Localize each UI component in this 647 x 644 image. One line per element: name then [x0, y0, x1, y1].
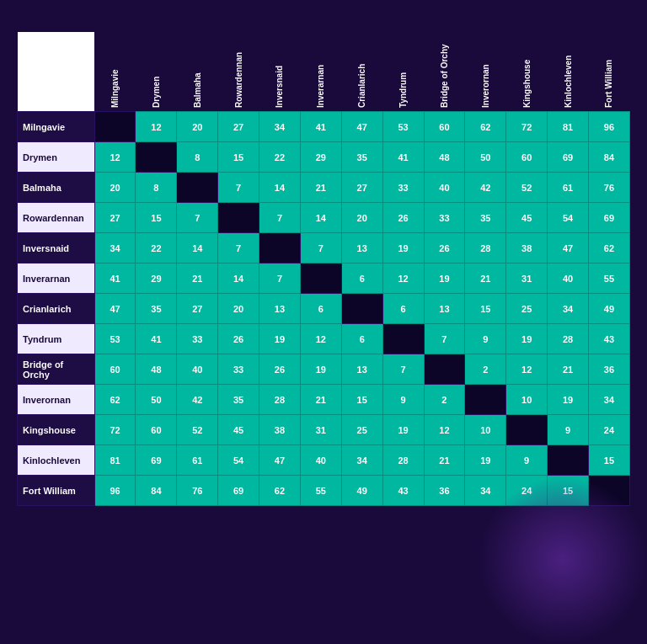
- cell: 60: [424, 112, 465, 142]
- row-label: Inverornan: [18, 385, 95, 415]
- cell: 43: [588, 324, 629, 354]
- table-row: Milngavie122027344147536062728196: [18, 112, 630, 142]
- col-header-milngavie: Milngavie: [94, 32, 136, 112]
- distance-table: MilngavieDrymenBalmahaRowardennanInversn…: [17, 32, 630, 506]
- cell: 22: [259, 142, 301, 173]
- row-label: Balmaha: [18, 173, 95, 203]
- cell: 84: [588, 142, 629, 173]
- cell: 15: [588, 445, 629, 476]
- cell: 33: [177, 324, 218, 354]
- cell: 31: [300, 415, 341, 445]
- cell: 12: [506, 354, 548, 385]
- col-header-kinlochleven: Kinlochleven: [548, 32, 589, 112]
- cell: 10: [506, 385, 548, 415]
- cell: 40: [548, 263, 589, 294]
- cell: 19: [465, 445, 506, 476]
- cell: 21: [300, 173, 341, 203]
- cell: [424, 354, 465, 385]
- cell: 49: [341, 476, 382, 506]
- table-row: Tyndrum534133261912679192843: [18, 324, 630, 354]
- corner-header: [18, 32, 95, 112]
- table-row: Kinlochleven81696154474034282119915: [18, 445, 630, 476]
- cell: 29: [300, 142, 341, 173]
- cell: 35: [218, 385, 259, 415]
- cell: 55: [588, 263, 629, 294]
- cell: 2: [465, 354, 506, 385]
- cell: [588, 476, 629, 506]
- cell: 69: [588, 203, 629, 233]
- cell: 34: [548, 294, 589, 324]
- cell: 9: [548, 415, 589, 445]
- cell: 13: [424, 294, 465, 324]
- cell: 20: [94, 173, 136, 203]
- cell: 50: [136, 385, 177, 415]
- cell: 42: [465, 173, 506, 203]
- cell: 9: [382, 385, 424, 415]
- cell: 34: [94, 233, 136, 263]
- cell: 35: [341, 142, 382, 173]
- cell: 28: [548, 324, 589, 354]
- cell: 26: [382, 203, 424, 233]
- cell: 47: [94, 294, 136, 324]
- cell: 10: [465, 415, 506, 445]
- cell: [259, 233, 301, 263]
- table-row: Inverornan6250423528211592101934: [18, 385, 630, 415]
- cell: 21: [177, 263, 218, 294]
- cell: 7: [300, 233, 341, 263]
- cell: 60: [94, 354, 136, 385]
- cell: 62: [259, 476, 301, 506]
- cell: 14: [218, 263, 259, 294]
- table-row: Kingshouse72605245383125191210924: [18, 415, 630, 445]
- cell: 8: [136, 173, 177, 203]
- cell: 42: [177, 385, 218, 415]
- cell: 21: [548, 354, 589, 385]
- cell: 7: [218, 233, 259, 263]
- cell: 14: [177, 233, 218, 263]
- cell: 69: [218, 476, 259, 506]
- cell: 55: [300, 476, 341, 506]
- cell: 36: [424, 476, 465, 506]
- table-header-row: MilngavieDrymenBalmahaRowardennanInversn…: [18, 32, 630, 112]
- cell: 49: [588, 294, 629, 324]
- cell: 52: [177, 415, 218, 445]
- cell: 38: [259, 415, 301, 445]
- cell: 31: [506, 263, 548, 294]
- table-row: Drymen12815222935414850606984: [18, 142, 630, 173]
- cell: 50: [465, 142, 506, 173]
- cell: 27: [94, 203, 136, 233]
- cell: 76: [588, 173, 629, 203]
- cell: 26: [218, 324, 259, 354]
- col-header-balmaha: Balmaha: [177, 32, 218, 112]
- cell: 96: [588, 112, 629, 142]
- cell: 13: [259, 294, 301, 324]
- row-label: Drymen: [18, 142, 95, 173]
- cell: 28: [465, 233, 506, 263]
- cell: 47: [341, 112, 382, 142]
- cell: 14: [259, 173, 301, 203]
- table-row: Inversnaid3422147713192628384762: [18, 233, 630, 263]
- cell: 76: [177, 476, 218, 506]
- cell: 33: [218, 354, 259, 385]
- cell: 6: [341, 263, 382, 294]
- cell: 7: [424, 324, 465, 354]
- table-row: Balmaha2087142127334042526176: [18, 173, 630, 203]
- row-label: Kingshouse: [18, 415, 95, 445]
- cell: 7: [259, 203, 301, 233]
- row-label: Kinlochleven: [18, 445, 95, 476]
- cell: 54: [218, 445, 259, 476]
- cell: 84: [136, 476, 177, 506]
- cell: [341, 294, 382, 324]
- cell: [177, 173, 218, 203]
- cell: 52: [506, 173, 548, 203]
- cell: 26: [424, 233, 465, 263]
- cell: 45: [218, 415, 259, 445]
- cell: 6: [341, 324, 382, 354]
- col-header-rowardennan: Rowardennan: [218, 32, 259, 112]
- cell: 9: [506, 445, 548, 476]
- distance-table-wrapper: MilngavieDrymenBalmahaRowardennanInversn…: [17, 32, 630, 506]
- cell: 27: [218, 112, 259, 142]
- col-header-kingshouse: Kingshouse: [506, 32, 548, 112]
- cell: 27: [177, 294, 218, 324]
- cell: 34: [465, 476, 506, 506]
- cell: 41: [136, 324, 177, 354]
